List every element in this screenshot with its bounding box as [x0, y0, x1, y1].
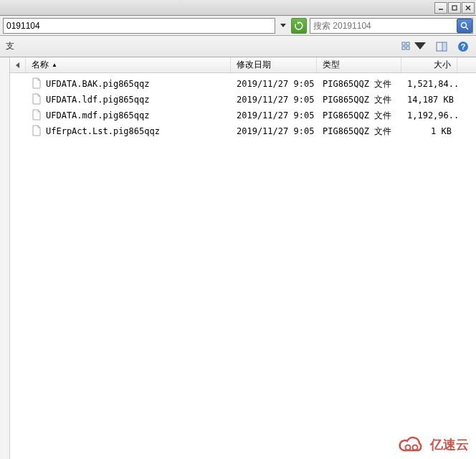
file-size: 14,187 KB: [401, 95, 457, 105]
search-button[interactable]: [457, 19, 472, 33]
file-icon: [32, 109, 42, 123]
file-name: UFDATA.ldf.pig865qqz: [46, 95, 150, 105]
address-input[interactable]: 0191104: [3, 18, 275, 34]
svg-rect-15: [443, 43, 446, 50]
svg-rect-9: [406, 42, 409, 45]
watermark-text: 亿速云: [430, 436, 469, 453]
file-date: 2019/11/27 9:05: [231, 95, 317, 105]
svg-marker-12: [414, 42, 426, 49]
file-type: PIG865QQZ 文件: [317, 94, 401, 106]
file-row[interactable]: UfErpAct.Lst.pig865qqz2019/11/27 9:05PIG…: [10, 123, 476, 139]
file-size: 1,192,96...: [401, 110, 457, 120]
back-column-header[interactable]: [10, 57, 26, 72]
column-header-date[interactable]: 修改日期: [231, 57, 317, 72]
file-rows: UFDATA.BAK.pig865qqz2019/11/27 9:05PIG86…: [10, 73, 476, 142]
file-name: UfErpAct.Lst.pig865qqz: [46, 126, 160, 136]
file-size: 1 KB: [401, 126, 457, 136]
file-row[interactable]: UFDATA.mdf.pig865qqz2019/11/27 9:05PIG86…: [10, 108, 476, 123]
svg-marker-4: [280, 24, 286, 27]
file-type: PIG865QQZ 文件: [317, 126, 401, 138]
sidebar-sliver: [0, 57, 10, 459]
column-header-size[interactable]: 大小: [401, 57, 457, 72]
file-date: 2019/11/27 9:05: [231, 79, 317, 89]
svg-rect-8: [402, 42, 405, 45]
refresh-button[interactable]: [291, 18, 307, 34]
column-header-name[interactable]: 名称 ▲: [26, 57, 231, 72]
titlebar: [0, 0, 476, 16]
maximize-button[interactable]: [448, 2, 461, 14]
file-type: PIG865QQZ 文件: [317, 78, 401, 90]
file-icon: [32, 93, 42, 107]
column-headers: 名称 ▲ 修改日期 类型 大小: [10, 57, 476, 73]
address-bar: 0191104: [0, 16, 476, 36]
file-icon: [32, 77, 42, 91]
file-list-pane: 名称 ▲ 修改日期 类型 大小 UFDATA.BAK.pig865qqz2019…: [10, 57, 476, 459]
file-date: 2019/11/27 9:05: [231, 110, 317, 120]
search-box: [310, 18, 473, 34]
preview-pane-button[interactable]: [434, 39, 449, 54]
toolbar-left-text: 支: [6, 40, 14, 52]
search-input[interactable]: [310, 21, 457, 31]
path-text: 0191104: [6, 21, 40, 31]
sort-asc-icon: ▲: [52, 62, 57, 68]
file-icon: [32, 125, 42, 138]
file-type: PIG865QQZ 文件: [317, 110, 401, 122]
file-row[interactable]: UFDATA.BAK.pig865qqz2019/11/27 9:05PIG86…: [10, 76, 476, 92]
toolbar: 支 ?: [0, 36, 476, 57]
help-button[interactable]: ?: [456, 39, 470, 54]
file-size: 1,521,84...: [401, 79, 457, 89]
cloud-logo-icon: [397, 435, 426, 455]
svg-rect-10: [402, 47, 405, 49]
close-button[interactable]: [462, 2, 475, 14]
column-header-type[interactable]: 类型: [317, 57, 401, 72]
file-name: UFDATA.mdf.pig865qqz: [46, 110, 150, 120]
svg-text:?: ?: [461, 42, 466, 51]
svg-point-19: [406, 445, 411, 450]
watermark: 亿速云: [397, 435, 469, 455]
column-header-pad: [457, 57, 476, 72]
svg-rect-1: [452, 6, 457, 10]
path-dropdown[interactable]: [278, 18, 288, 34]
svg-rect-11: [406, 47, 409, 49]
file-date: 2019/11/27 9:05: [231, 126, 317, 136]
minimize-button[interactable]: [434, 2, 447, 14]
view-options-button[interactable]: [400, 39, 427, 54]
svg-point-20: [413, 445, 418, 450]
file-name: UFDATA.BAK.pig865qqz: [46, 79, 150, 89]
svg-line-7: [466, 27, 468, 29]
svg-point-6: [462, 22, 467, 27]
svg-marker-18: [16, 62, 19, 68]
file-row[interactable]: UFDATA.ldf.pig865qqz2019/11/27 9:05PIG86…: [10, 92, 476, 108]
